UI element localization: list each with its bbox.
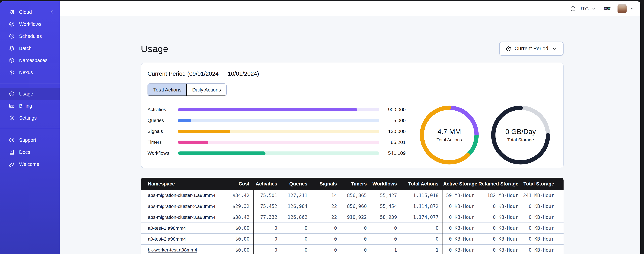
table-cell: 0 bbox=[312, 234, 341, 244]
bar-value: 541,109 bbox=[379, 150, 406, 156]
table-cell: 0 bbox=[254, 244, 281, 254]
sidebar-item-schedules[interactable]: Schedules bbox=[0, 30, 60, 42]
welcome-icon bbox=[9, 161, 15, 167]
table-row: abs-migration-cluster-1.a98mm4$34.4275,5… bbox=[141, 190, 564, 201]
period-selector-label: Current Period bbox=[514, 46, 548, 52]
column-header-activities: Activities bbox=[254, 178, 281, 190]
sidebar-item-support[interactable]: Support bbox=[0, 134, 60, 146]
table-cell: 0 bbox=[341, 244, 371, 254]
bar-value: 85,201 bbox=[379, 140, 406, 145]
table-cell: 58,939 bbox=[371, 212, 401, 223]
column-header-signals: Signals bbox=[312, 178, 341, 190]
actions-tab-group: Total ActionsDaily Actions bbox=[148, 84, 226, 96]
table-cell: 910,922 bbox=[341, 212, 371, 223]
user-menu[interactable] bbox=[618, 4, 634, 13]
namespace-link[interactable]: a0-test-2.a98mm4 bbox=[148, 236, 186, 242]
table-cell: $0.00 bbox=[213, 234, 254, 244]
usage-icon bbox=[9, 91, 15, 97]
namespace-link[interactable]: bk-worker-test.a98mm4 bbox=[148, 247, 197, 252]
glasses-icon[interactable] bbox=[603, 5, 611, 12]
avatar[interactable] bbox=[618, 4, 626, 13]
timezone-selector[interactable]: UTC bbox=[570, 6, 597, 12]
tab-total-actions[interactable]: Total Actions bbox=[148, 84, 187, 96]
table-cell: 0 KB-Hour bbox=[443, 201, 478, 212]
column-header-queries: Queries bbox=[281, 178, 312, 190]
column-header-cost: Cost bbox=[213, 178, 254, 190]
column-header-namespace: Namespace bbox=[141, 178, 213, 190]
sidebar-item-workflows[interactable]: Workflows bbox=[0, 18, 60, 30]
table-cell: 856,960 bbox=[341, 201, 371, 212]
table-cell: 0 KB-Hour bbox=[522, 212, 564, 223]
sidebar-item-settings[interactable]: Settings bbox=[0, 112, 60, 124]
main-content: Usage Current Period Current Period (09/… bbox=[60, 16, 640, 254]
donut-label: Total Storage bbox=[507, 138, 534, 142]
bar-label: Workflows bbox=[148, 150, 178, 156]
sidebar-item-label: Usage bbox=[19, 91, 33, 97]
sidebar-item-label: Batch bbox=[19, 46, 32, 51]
bar-row-signals: Signals 130,000 bbox=[148, 130, 406, 133]
sidebar-item-batch[interactable]: Batch bbox=[0, 42, 60, 54]
sidebar-item-docs[interactable]: Docs bbox=[0, 146, 60, 158]
namespaces-icon bbox=[9, 57, 15, 63]
namespace-link[interactable]: a0-test-1.a98mm4 bbox=[148, 226, 186, 231]
bar-fill bbox=[178, 108, 357, 112]
table-row: abs-migration-cluster-3.a98mm4$38.4277,3… bbox=[141, 212, 564, 223]
chevron-left-icon[interactable] bbox=[48, 9, 55, 15]
sidebar-item-nexus[interactable]: Nexus bbox=[0, 66, 60, 78]
column-header-workflows: Workflows bbox=[371, 178, 401, 190]
table-cell: $0.00 bbox=[213, 244, 254, 254]
table-cell: 0 KB-Hour bbox=[522, 244, 564, 254]
table-cell: 1,174,077 bbox=[401, 212, 443, 223]
table-cell: 1 bbox=[371, 244, 401, 254]
table-cell: 0 KB-Hour bbox=[522, 201, 564, 212]
donut-value: 0 GB/Day bbox=[506, 128, 536, 136]
table-cell: 0 bbox=[281, 223, 312, 234]
chevron-down-icon bbox=[630, 6, 634, 11]
spacer bbox=[0, 84, 60, 88]
bar-label: Signals bbox=[148, 129, 178, 134]
app-window: UTC Cloud Workflows Schedules Batch Name bbox=[0, 1, 640, 254]
sidebar-item-label: Workflows bbox=[19, 22, 42, 27]
table-cell: $29.32 bbox=[213, 201, 254, 212]
table-cell: 1,115,018 bbox=[401, 190, 443, 201]
table-cell: 0 KB-Hour bbox=[522, 223, 564, 234]
bar-fill bbox=[178, 130, 230, 133]
bar-fill bbox=[178, 152, 266, 155]
namespace-usage-table: NamespaceCostActivitiesQueriesSignalsTim… bbox=[141, 178, 564, 254]
tab-daily-actions[interactable]: Daily Actions bbox=[187, 84, 226, 96]
stopwatch-icon bbox=[506, 46, 512, 52]
sidebar-brand-cloud[interactable]: Cloud bbox=[0, 6, 60, 18]
namespace-link[interactable]: abs-migration-cluster-1.a98mm4 bbox=[148, 193, 216, 198]
namespace-link[interactable]: abs-migration-cluster-3.a98mm4 bbox=[148, 215, 216, 220]
billing-icon bbox=[9, 103, 15, 109]
column-header-total-actions: Total Actions bbox=[401, 178, 443, 190]
namespace-link[interactable]: abs-migration-cluster-2.a98mm4 bbox=[148, 204, 216, 209]
column-header-active-storage: Active Storage bbox=[443, 178, 478, 190]
table-row: bk-worker-test.a98mm4$0.000000110 KB-Hou… bbox=[141, 244, 564, 254]
table-cell: 0 KB-Hour bbox=[443, 234, 478, 244]
table-cell: 22 bbox=[312, 212, 341, 223]
table-row: abs-migration-cluster-2.a98mm4$29.3275,4… bbox=[141, 201, 564, 212]
sidebar-item-usage[interactable]: Usage bbox=[0, 88, 60, 100]
sidebar-item-label: Support bbox=[19, 138, 36, 143]
sidebar-item-billing[interactable]: Billing bbox=[0, 100, 60, 112]
period-selector-button[interactable]: Current Period bbox=[499, 42, 564, 56]
table-cell: 22 bbox=[312, 201, 341, 212]
donut-label: Total Actions bbox=[436, 138, 462, 142]
bar-track bbox=[178, 108, 379, 112]
table-cell: 1,114,872 bbox=[401, 201, 443, 212]
table-cell: 55,427 bbox=[371, 190, 401, 201]
table-cell: 182 MB-Hour bbox=[478, 190, 522, 201]
bar-value: 5,000 bbox=[379, 118, 406, 123]
bar-row-workflows: Workflows 541,109 bbox=[148, 152, 406, 155]
column-header-timers: Timers bbox=[341, 178, 371, 190]
temporal-logo-icon bbox=[9, 9, 15, 15]
sidebar-item-namespaces[interactable]: Namespaces bbox=[0, 54, 60, 66]
batch-icon bbox=[9, 45, 15, 51]
bar-fill bbox=[178, 140, 208, 144]
chevron-down-icon bbox=[591, 6, 597, 12]
table-cell: 77,332 bbox=[254, 212, 281, 223]
sidebar-item-welcome[interactable]: Welcome bbox=[0, 158, 60, 170]
table-cell: 0 KB-Hour bbox=[443, 244, 478, 254]
settings-icon bbox=[9, 115, 15, 121]
